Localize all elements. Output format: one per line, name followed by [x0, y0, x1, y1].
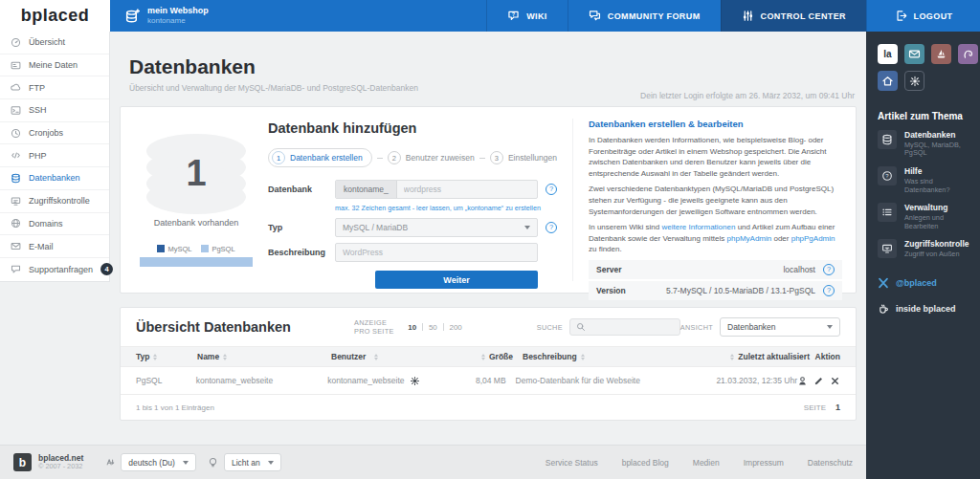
sidebar-item-label: FTP [29, 83, 45, 93]
svg-text:?: ? [885, 173, 889, 179]
nav-community-forum[interactable]: COMMUNITY FORUM [568, 0, 721, 32]
sidebar-item-uebersicht[interactable]: Übersicht [0, 32, 109, 54]
account-initials-badge[interactable]: la [878, 44, 898, 64]
step-3-settings[interactable]: 3 Einstellungen [490, 151, 557, 164]
column-name[interactable]: Name [197, 352, 331, 361]
sidebar-item-supportanfragen[interactable]: Supportanfragen 4 [0, 258, 109, 281]
home-icon[interactable] [878, 71, 898, 91]
lightbulb-icon [208, 457, 218, 468]
step-1-create[interactable]: 1 Datenbank erstellen [268, 148, 372, 167]
nav-control-center[interactable]: CONTROL CENTER [721, 0, 866, 32]
sliders-icon [742, 10, 754, 22]
user-settings-gear-icon[interactable] [410, 376, 420, 386]
database-name-input-group: kontoname_ [335, 180, 538, 199]
per-page-control: ANZEIGE PRO SEITE 10 50 200 [354, 318, 462, 336]
chevron-down-icon [268, 461, 274, 465]
account-tab[interactable]: mein Webshop kontoname [110, 0, 223, 32]
sidebar-item-zugriffskontrolle[interactable]: Zugriffskontrolle [0, 190, 109, 213]
page-header: Datenbanken Übersicht und Verwaltung der… [110, 32, 866, 106]
page-title: Datenbanken [129, 55, 855, 78]
wiki-info-link[interactable]: weitere Informationen [661, 223, 735, 231]
theme-select[interactable]: Licht an [224, 453, 281, 471]
database-type-legend: MySQL PgSQL [157, 245, 234, 253]
phpmyadmin-link[interactable]: phpMyAdmin [727, 234, 772, 243]
help-icon[interactable]: ? [823, 264, 835, 275]
phppgadmin-icon[interactable] [958, 44, 978, 64]
column-benutzer[interactable]: Benutzer [331, 352, 475, 361]
delete-x-icon[interactable] [830, 376, 840, 386]
language-value: deutsch (Du) [128, 458, 175, 468]
search-input[interactable] [590, 322, 674, 332]
per-page-50[interactable]: 50 [429, 323, 437, 332]
sidebar-item-email[interactable]: E-Mail [0, 235, 109, 258]
column-beschreibung[interactable]: Beschreibung [523, 352, 714, 361]
per-page-10[interactable]: 10 [408, 323, 416, 332]
sidebar-item-ssh[interactable]: SSH [0, 99, 109, 122]
database-icon [878, 130, 897, 149]
twitter-link[interactable]: @bplaced [878, 277, 969, 289]
brand-logo[interactable]: bplaced [0, 0, 110, 32]
weiter-button[interactable]: Weiter [375, 271, 538, 289]
page-number[interactable]: 1 [835, 403, 840, 412]
footer-link-blog[interactable]: bplaced Blog [622, 458, 669, 468]
article-subtitle: Anlegen und Bearbeiten [904, 214, 969, 231]
language-select[interactable]: deutsch (Du) [121, 453, 196, 471]
sidebar-item-ftp[interactable]: FTP [0, 76, 109, 99]
help-icon[interactable]: ? [823, 285, 835, 296]
step-2-number: 2 [388, 151, 401, 164]
cell-beschreibung: Demo-Datenbank für die Webseite [516, 376, 703, 385]
cell-benutzer: kontoname_webseite [327, 376, 468, 386]
per-page-200[interactable]: 200 [449, 323, 461, 332]
article-verwaltung[interactable]: VerwaltungAnlegen und Bearbeiten [878, 203, 969, 230]
envelope-icon [11, 241, 21, 251]
info-text: In unserem Wiki sind [589, 223, 661, 231]
column-groesse[interactable]: Größe [475, 352, 513, 361]
article-subtitle: Was sind Datenbanken? [904, 178, 969, 195]
phppgadmin-link[interactable]: phpPgAdmin [791, 234, 835, 243]
edit-pencil-icon[interactable] [813, 376, 824, 386]
article-subtitle: Zugriff von Außen [904, 250, 969, 259]
footer-link-impressum[interactable]: Impressum [744, 458, 784, 468]
user-action-icon[interactable] [797, 376, 808, 386]
phpmyadmin-icon[interactable] [931, 44, 951, 64]
sidebar-item-datenbanken[interactable]: Datenbanken [0, 167, 109, 190]
database-type-select[interactable]: MySQL / MariaDB [335, 218, 538, 237]
article-title: Verwaltung [904, 203, 969, 213]
footer-link-service-status[interactable]: Service Status [546, 458, 598, 468]
database-plus-icon [124, 9, 140, 24]
database-name-input[interactable] [397, 181, 537, 198]
nav-wiki[interactable]: ? WIKI [486, 0, 568, 32]
cloud-icon [11, 82, 21, 93]
nav-control-center-label: CONTROL CENTER [761, 11, 846, 21]
database-description-input[interactable] [336, 244, 537, 261]
help-icon[interactable]: ? [546, 222, 557, 233]
nav-logout[interactable]: LOGOUT [866, 0, 980, 32]
chevron-down-icon [183, 461, 189, 465]
article-zugriffskontrolle[interactable]: ZugriffskontrolleZugriff von Außen [878, 239, 969, 258]
article-datenbanken[interactable]: DatenbankenMySQL, MariaDB, PgSQL [878, 130, 969, 158]
footer-link-medien[interactable]: Medien [693, 458, 720, 468]
step-1-label: Datenbank erstellen [290, 153, 363, 163]
id-card-icon [11, 60, 21, 71]
submit-row: Weiter [268, 271, 557, 289]
view-select[interactable]: Datenbanken [720, 317, 840, 337]
webmail-icon[interactable] [904, 44, 924, 64]
top-nav: ? WIKI COMMUNITY FORUM [486, 0, 980, 32]
sidebar-item-php[interactable]: PHP [0, 144, 109, 167]
cell-zuletzt-aktualisiert: 21.03.2032, 12:35 Uhr [703, 376, 797, 385]
sidebar-item-label: PHP [29, 151, 47, 161]
help-icon[interactable]: ? [546, 184, 557, 195]
inside-bplaced-link[interactable]: inside bplaced [878, 303, 969, 315]
sidebar-item-meine-daten[interactable]: Meine Daten [0, 54, 109, 77]
article-hilfe[interactable]: ? HilfeWas sind Datenbanken? [878, 166, 969, 194]
version-row: Version 5.7-MySQL / 10.5-MariaDB / 13.1-… [589, 281, 842, 300]
language-icon [104, 457, 115, 468]
sidebar-item-domains[interactable]: Domains [0, 213, 109, 236]
sidebar-item-cronjobs[interactable]: Cronjobs [0, 122, 109, 145]
settings-gear-icon[interactable] [904, 71, 924, 91]
step-2-assign-user[interactable]: 2 Benutzer zuweisen [388, 151, 475, 164]
column-zuletzt-aktualisiert[interactable]: Zuletzt aktualisiert [714, 352, 810, 361]
column-typ[interactable]: Typ [136, 352, 197, 361]
footer-link-datenschutz[interactable]: Datenschutz [808, 458, 853, 468]
article-title: Hilfe [904, 166, 969, 177]
